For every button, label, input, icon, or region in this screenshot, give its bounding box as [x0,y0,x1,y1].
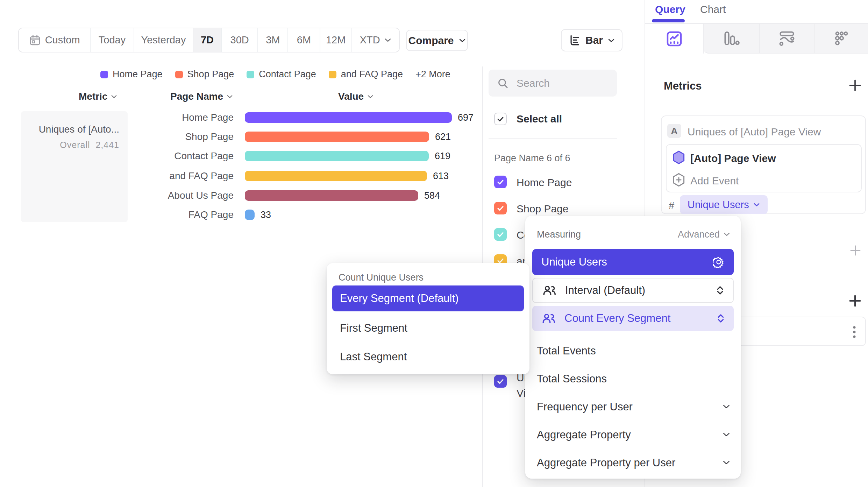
search-icon [497,77,509,89]
tab-insights-chart[interactable] [645,24,704,54]
bar-and-faq-page[interactable] [245,171,427,181]
stepper-icon[interactable] [716,285,724,296]
chart-type-selector[interactable]: Bar [561,29,622,51]
date-range-custom[interactable]: Custom [19,28,90,52]
compare-button[interactable]: Compare [406,30,468,51]
bar-shop-page[interactable] [245,132,429,142]
event-name[interactable]: [Auto] Page View [690,153,776,164]
add-metric-button[interactable] [847,78,863,93]
bar-chart-icon [569,34,581,46]
bar-label: and FAQ Page [133,171,234,181]
date-range-7d[interactable]: 7D [193,28,221,52]
hash-symbol: # [669,200,674,212]
bar-faq-page[interactable] [245,210,255,220]
people-icon [542,284,557,297]
date-range-label: Custom [45,34,80,46]
segment-checkbox[interactable] [494,202,507,214]
kebab-icon[interactable] [852,325,857,339]
legend-swatch [100,71,108,78]
measuring-dropdown: Measuring Advanced Unique Users Interval… [525,216,741,479]
tab-flow-chart[interactable] [759,24,814,54]
bars-tab-icon [723,30,740,46]
date-range-xtd[interactable]: XTD [351,28,399,52]
metric-badge: A [667,124,681,138]
legend-item[interactable]: Contact Page [247,69,316,80]
segment-option-last-segment[interactable]: Last Segment [340,351,407,363]
select-all-row[interactable]: Select all [494,113,562,125]
bar-home-page[interactable] [245,112,452,123]
interval-selector[interactable]: Interval (Default) [532,278,734,303]
date-range-12m[interactable]: 12M [320,28,351,52]
tab-query[interactable]: Query [655,3,685,15]
measure-option-frequency-per-user[interactable]: Frequency per User [537,401,633,413]
tab-bar-chart[interactable] [704,24,759,54]
metric-summary-card[interactable]: Uniques of [Auto... Overall 2,441 [21,111,128,222]
segment-option-every-segment[interactable]: Every Segment (Default) [332,285,524,311]
insights-tab-icon [666,31,682,47]
tab-chart[interactable]: Chart [700,3,726,15]
date-range-yesterday[interactable]: Yesterday [134,28,193,52]
segment-option-first-segment[interactable]: First Segment [340,322,407,334]
bar-value: 584 [424,190,440,201]
measure-pill[interactable]: Unique Users [680,195,768,214]
bar-value: 697 [458,112,474,123]
add-breakdown-button[interactable] [847,293,863,309]
bar-value: 613 [433,171,449,182]
chevron-down-icon [608,38,615,43]
chevron-down-icon [227,94,233,99]
measure-option-unique-users[interactable]: Unique Users [532,249,734,275]
search-input[interactable]: Search [489,70,617,97]
segment-checkbox[interactable] [494,176,507,188]
date-range-today[interactable]: Today [90,28,134,52]
hexagon-icon [672,150,685,164]
bar-row: 613 [245,171,449,181]
select-all-checkbox[interactable] [494,113,507,125]
chevron-down-icon[interactable] [723,432,730,437]
bar-value: 621 [435,132,451,142]
check-icon [496,230,505,239]
chart-legend: Home Page Shop Page Contact Page and FAQ… [100,69,450,80]
people-icon [541,312,556,325]
segment-checkbox[interactable] [494,228,507,241]
gear-icon[interactable] [713,256,725,268]
segment-row-shop-page[interactable]: Shop Page [494,202,568,216]
bar-row: 621 [245,132,451,142]
active-tab-underline [652,19,685,22]
measure-option-total-events[interactable]: Total Events [537,345,596,357]
legend-item[interactable]: Shop Page [175,69,234,80]
column-header-value[interactable]: Value [338,91,373,102]
legend-item[interactable]: Home Page [100,69,163,80]
insights-report-page: Custom Today Yesterday 7D 30D 3M 6M 12M … [0,0,868,487]
legend-swatch [175,71,183,78]
chevron-down-icon[interactable] [723,460,730,465]
segment-row-home-page[interactable]: Home Page [494,176,572,190]
bar-label: Contact Page [133,151,234,161]
check-icon [496,204,505,212]
chevron-down-icon[interactable] [723,404,730,409]
stepper-icon[interactable] [717,313,725,324]
measuring-title: Measuring [537,229,581,240]
column-header-page-name[interactable]: Page Name [170,91,233,102]
column-header-metric[interactable]: Metric [79,91,117,102]
segment-checkbox[interactable] [494,375,507,388]
advanced-toggle[interactable]: Advanced [678,229,720,240]
bar-about-us-page[interactable] [245,190,418,201]
legend-more[interactable]: +2 More [415,69,450,80]
add-filter-button[interactable] [849,244,862,257]
metrics-heading: Metrics [664,80,702,92]
bar-label: About Us Page [133,190,234,201]
tab-retention-chart[interactable] [814,24,868,54]
legend-item[interactable]: and FAQ Page [329,69,403,80]
date-range-3m[interactable]: 3M [257,28,287,52]
add-event-button[interactable]: Add Event [690,175,739,187]
bar-contact-page[interactable] [245,151,429,161]
bar-value: 619 [435,151,450,162]
count-mode-selector[interactable]: Count Every Segment [532,306,734,331]
measure-option-total-sessions[interactable]: Total Sessions [537,373,607,385]
measure-option-aggregate-property-per-user[interactable]: Aggregate Property per User [537,457,675,469]
date-range-6m[interactable]: 6M [287,28,320,52]
measure-option-aggregate-property[interactable]: Aggregate Property [537,429,631,441]
segment-group-label: Page Name 6 of 6 [494,153,570,164]
chevron-down-icon [723,232,730,237]
date-range-30d[interactable]: 30D [221,28,258,52]
